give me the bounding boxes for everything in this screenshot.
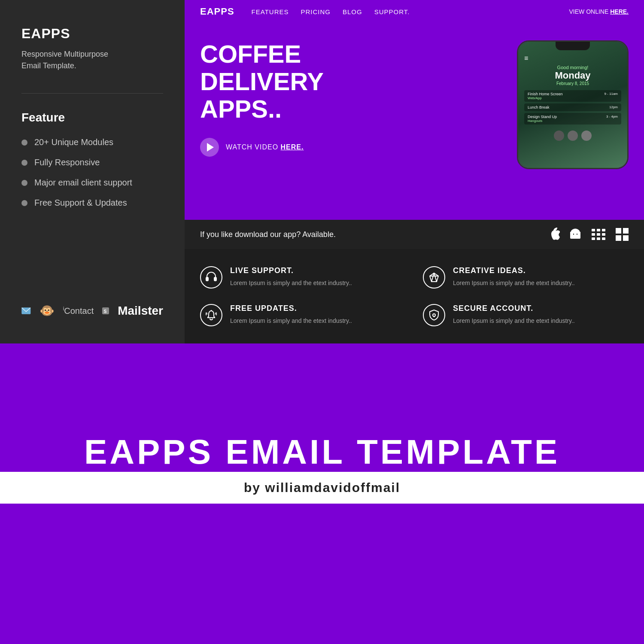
email-nav: FEATURES PRICING BLOG SUPPORT. <box>252 8 410 15</box>
svg-rect-15 <box>623 228 629 234</box>
app-download-text: If you like download our app? Available. <box>200 230 535 239</box>
monkey-icon: 🐵 <box>39 304 55 318</box>
phone-screen: ≡ Good morning! Monday February 8, 2015 … <box>518 42 627 168</box>
email-header-right: VIEW ONLINE HERE. <box>569 8 629 15</box>
right-panel: EAPPS FEATURES PRICING BLOG SUPPORT. VIE… <box>185 0 644 343</box>
feature-list: 20+ Unique Modules Fully Responsive Majo… <box>21 137 163 208</box>
bottom-purple-strip <box>0 592 644 644</box>
list-item: Fully Responsive <box>21 158 163 167</box>
list-item: Major email client support <box>21 178 163 188</box>
bullet-icon <box>21 180 27 186</box>
feature-card-title: FREE UPDATES. <box>230 304 352 313</box>
windows-icon <box>616 228 629 241</box>
blackberry-icon <box>591 228 606 241</box>
feature-card-content: CREATIVE IDEAS. Lorem Ipsum is simply an… <box>453 266 575 288</box>
hero-title: COFFEEDELIVERYAPPS.. <box>200 40 500 122</box>
envelope-icon <box>21 305 31 317</box>
brand-title: EAPPS <box>21 26 163 42</box>
feature-card-content: LIVE SUPPORT. Lorem Ipsum is simply and … <box>230 266 352 288</box>
svg-rect-5 <box>592 229 595 231</box>
svg-rect-11 <box>592 237 595 240</box>
bullet-icon <box>21 160 27 166</box>
svg-point-25 <box>433 314 435 316</box>
bell-icon <box>200 304 222 326</box>
main-container: EAPPS Responsive MultipurposeEmail Templ… <box>0 0 644 644</box>
app-icons <box>548 228 629 241</box>
nav-item-pricing[interactable]: PRICING <box>301 8 331 15</box>
nav-item-blog[interactable]: BLOG <box>343 8 362 15</box>
event-time: 3 - 4pm <box>606 115 618 123</box>
features-grid: LIVE SUPPORT. Lorem Ipsum is simply and … <box>185 249 644 343</box>
icontact-label: iContact <box>63 306 94 316</box>
feature-card-desc: Lorem Ipsum is simply and the etext indu… <box>230 316 352 325</box>
stripe-icon: S <box>102 305 109 317</box>
bullet-icon <box>21 140 27 146</box>
feature-card-title: SECURE ACCOUNT. <box>453 304 575 313</box>
left-panel: EAPPS Responsive MultipurposeEmail Templ… <box>0 0 185 343</box>
mailster-label: Mailster <box>118 304 163 318</box>
play-icon <box>207 143 214 152</box>
svg-rect-10 <box>602 233 605 236</box>
avatar <box>581 131 592 141</box>
phone-date: February 8, 2015 <box>524 81 621 86</box>
event-name: Design Stand Up Hangouts <box>528 115 557 123</box>
event-name: Finish Home Screen Web/App <box>528 92 563 100</box>
feature-label: 20+ Unique Modules <box>34 137 113 147</box>
svg-rect-16 <box>616 235 621 241</box>
feature-label: Major email client support <box>34 178 132 188</box>
svg-rect-12 <box>597 237 600 240</box>
feature-card-updates: FREE UPDATES. Lorem Ipsum is simply and … <box>200 304 406 326</box>
phone-day: Monday <box>524 70 621 81</box>
avatar <box>568 131 578 141</box>
feature-card-desc: Lorem Ipsum is simply and the etext indu… <box>453 279 575 288</box>
svg-rect-9 <box>597 233 600 236</box>
svg-rect-18 <box>206 277 208 281</box>
hero-cta: WATCH VIDEO HERE. <box>200 138 500 157</box>
list-item: Free Support & Updates <box>21 198 163 208</box>
feature-card-title: LIVE SUPPORT. <box>230 266 352 275</box>
feature-card-creative: CREATIVE IDEAS. Lorem Ipsum is simply an… <box>423 266 629 289</box>
avatar <box>554 131 564 141</box>
phone-event: Lunch Break 12pm <box>524 103 621 111</box>
svg-rect-8 <box>592 233 595 236</box>
android-icon <box>569 228 581 241</box>
avatar-row <box>524 131 621 141</box>
bottom-banner: EAPPS EMAIL TEMPLATE by williamdavidoffm… <box>0 343 644 592</box>
hamburger-icon: ≡ <box>524 55 621 62</box>
feature-card-title: CREATIVE IDEAS. <box>453 266 575 275</box>
phone-greeting: Good morning! <box>524 65 621 70</box>
event-name: Lunch Break <box>528 105 550 109</box>
hero-cta-text: WATCH VIDEO HERE. <box>226 143 304 151</box>
svg-rect-7 <box>602 229 605 231</box>
event-time: 9 - 11am <box>604 92 618 100</box>
nav-item-features[interactable]: FEATURES <box>252 8 289 15</box>
email-header-brand: EAPPS <box>200 6 234 17</box>
app-download-bar: If you like download our app? Available. <box>185 220 644 249</box>
list-item: 20+ Unique Modules <box>21 137 163 147</box>
event-time: 12pm <box>609 105 618 109</box>
hero-text: COFFEEDELIVERYAPPS.. WATCH VIDEO HERE. <box>200 40 500 157</box>
bullet-icon <box>21 200 27 206</box>
nav-item-support[interactable]: SUPPORT. <box>374 8 410 15</box>
top-section: EAPPS Responsive MultipurposeEmail Templ… <box>0 0 644 343</box>
feature-card-desc: Lorem Ipsum is simply and the etext indu… <box>453 316 575 325</box>
hero-section: COFFEEDELIVERYAPPS.. WATCH VIDEO HERE. <box>185 23 644 220</box>
phone-event: Finish Home Screen Web/App 9 - 11am <box>524 90 621 102</box>
brand-subtitle: Responsive MultipurposeEmail Template. <box>21 49 163 72</box>
bottom-title: EAPPS EMAIL TEMPLATE <box>84 432 560 472</box>
svg-rect-3 <box>573 234 574 235</box>
headphone-icon <box>200 266 222 289</box>
svg-rect-13 <box>602 237 605 240</box>
svg-rect-19 <box>214 277 216 281</box>
feature-card-secure: SECURE ACCOUNT. Lorem Ipsum is simply an… <box>423 304 629 326</box>
email-clients: 🐵 iContact S Mailster <box>21 278 163 318</box>
svg-rect-6 <box>597 229 600 231</box>
svg-rect-4 <box>577 234 577 235</box>
play-button[interactable] <box>200 138 219 157</box>
features-heading: Feature <box>21 111 163 125</box>
feature-card-content: FREE UPDATES. Lorem Ipsum is simply and … <box>230 304 352 325</box>
feature-label: Free Support & Updates <box>34 198 127 208</box>
bottom-author-bar: by williamdavidoffmail <box>0 472 644 504</box>
phone-mockup: ≡ Good morning! Monday February 8, 2015 … <box>517 40 629 169</box>
svg-rect-17 <box>623 235 629 241</box>
